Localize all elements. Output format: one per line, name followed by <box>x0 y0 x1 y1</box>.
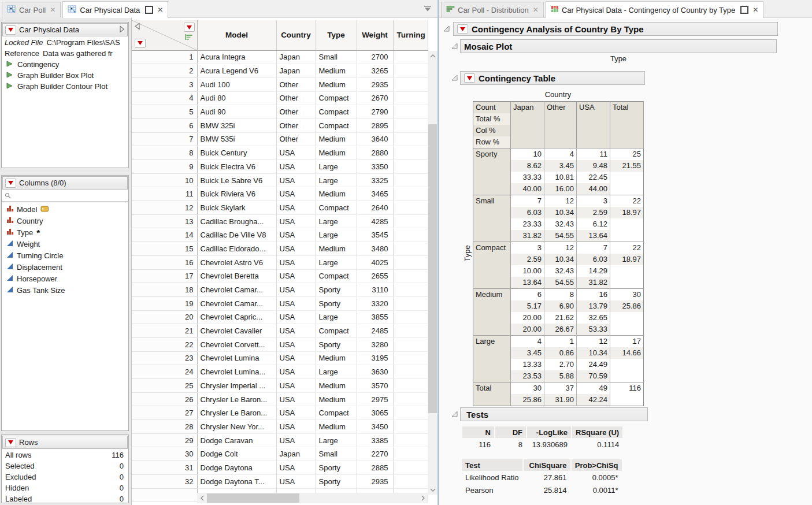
cell[interactable]: 8 <box>132 146 197 160</box>
cell[interactable]: USA <box>276 283 316 297</box>
cell[interactable]: 22 <box>132 337 197 351</box>
cell[interactable]: 2935 <box>357 474 393 488</box>
cell[interactable]: Other <box>276 118 316 132</box>
cell[interactable]: 3195 <box>357 351 393 365</box>
red-triangle-menu-icon[interactable] <box>457 24 468 34</box>
cell[interactable] <box>393 146 428 160</box>
cell[interactable] <box>393 406 428 420</box>
column-item-country[interactable]: Country <box>2 216 128 227</box>
cell[interactable] <box>393 420 428 434</box>
column-header-model[interactable]: Model <box>197 20 276 50</box>
table-corner[interactable] <box>132 20 197 50</box>
cell[interactable]: 3385 <box>357 433 393 447</box>
maximize-icon[interactable] <box>740 6 748 14</box>
cell[interactable]: Large <box>316 365 357 379</box>
contingency-cell[interactable]: 32.43 <box>544 265 577 277</box>
contingency-row-label[interactable]: Large <box>473 336 511 383</box>
columns-panel-header[interactable]: Columns (8/0) <box>2 176 128 190</box>
contingency-cell[interactable]: 11 <box>577 148 610 161</box>
cell[interactable]: 28 <box>132 420 197 434</box>
collapse-columns-icon[interactable] <box>134 23 140 32</box>
cell[interactable] <box>393 187 428 201</box>
expand-icon[interactable] <box>119 25 125 35</box>
table-row[interactable]: 3Audi 100OtherMedium2935 <box>132 77 428 91</box>
cell[interactable]: 3640 <box>357 132 393 146</box>
cell[interactable]: 21 <box>132 324 197 338</box>
cell[interactable] <box>393 269 428 283</box>
contingency-cell[interactable]: 26.67 <box>544 324 577 336</box>
cell[interactable] <box>393 132 428 146</box>
contingency-cell[interactable]: 3.45 <box>511 347 544 359</box>
cell[interactable]: 23 <box>132 351 197 365</box>
contingency-cell[interactable]: 9.48 <box>577 160 610 172</box>
contingency-cell[interactable] <box>610 370 644 383</box>
cell[interactable]: 2935 <box>357 77 393 91</box>
cell[interactable]: 2485 <box>357 324 393 338</box>
contingency-cell[interactable]: 53.33 <box>577 324 610 336</box>
cell[interactable] <box>393 64 428 78</box>
cell[interactable]: 14 <box>132 228 197 242</box>
cell[interactable]: Sporty <box>316 461 357 475</box>
contingency-cell[interactable]: 54.55 <box>544 230 577 242</box>
cell[interactable]: Compact <box>316 406 357 420</box>
contingency-cell[interactable]: 42.24 <box>577 394 610 406</box>
cell[interactable]: Large <box>316 214 357 228</box>
maximize-icon[interactable] <box>145 6 153 14</box>
contingency-cell[interactable]: 17 <box>610 336 644 348</box>
cell[interactable]: 12 <box>132 201 197 215</box>
contingency-row-label[interactable]: Compact <box>473 242 511 289</box>
contingency-cell[interactable]: 20.00 <box>511 312 544 324</box>
mosaic-header[interactable]: Mosaic Plot <box>460 39 777 53</box>
contingency-column-header-japan[interactable]: Japan <box>511 102 544 148</box>
cell[interactable] <box>393 105 428 119</box>
table-row[interactable]: 29Dodge CaravanUSALarge3385 <box>132 433 428 447</box>
cell[interactable]: 11 <box>132 187 197 201</box>
disclosure-icon[interactable] <box>451 42 458 51</box>
contingency-cell[interactable] <box>610 312 644 324</box>
cell[interactable]: 19 <box>132 296 197 310</box>
cell[interactable]: 24 <box>132 365 197 379</box>
columns-search[interactable] <box>2 190 128 202</box>
contingency-cell[interactable]: 18.97 <box>610 254 644 265</box>
table-row[interactable]: 8Buick CenturyUSAMedium2880 <box>132 146 428 160</box>
cell[interactable]: 3630 <box>357 365 393 379</box>
cell[interactable]: Cadillac De Ville V8 <box>197 228 276 242</box>
columns-search-input[interactable] <box>13 191 125 201</box>
cell[interactable]: 32 <box>132 474 197 488</box>
cell[interactable]: Chrysler Imperial ... <box>197 379 276 393</box>
scroll-right-icon[interactable] <box>418 493 428 503</box>
column-item-weight[interactable]: Weight <box>2 239 128 250</box>
table-row[interactable]: 21Chevrolet CavalierUSACompact2485 <box>132 324 428 338</box>
cell[interactable]: Audi 80 <box>197 91 276 105</box>
contingency-cell[interactable]: 7 <box>577 242 610 254</box>
contingency-cell[interactable]: 31.82 <box>577 277 610 289</box>
cell[interactable]: 9 <box>132 160 197 174</box>
contingency-cell[interactable]: 31.90 <box>544 394 577 406</box>
contingency-cell[interactable]: 44.00 <box>577 183 610 195</box>
cell[interactable]: Medium <box>316 64 357 78</box>
contingency-cell[interactable]: 21.55 <box>610 160 644 172</box>
cell[interactable]: 17 <box>132 269 197 283</box>
analysis-header[interactable]: Contingency Analysis of Country By Type <box>453 22 778 36</box>
cell[interactable]: USA <box>276 406 316 420</box>
contingency-cell[interactable] <box>610 183 644 195</box>
cell[interactable]: USA <box>276 324 316 338</box>
table-row[interactable]: 14Cadillac De Ville V8USALarge3545 <box>132 228 428 242</box>
contingency-cell[interactable]: 10.00 <box>511 265 544 277</box>
cell[interactable] <box>393 228 428 242</box>
contingency-column-header-total[interactable]: Total <box>610 102 644 148</box>
cell[interactable]: USA <box>276 255 316 269</box>
cell[interactable]: USA <box>276 242 316 256</box>
scroll-up-icon[interactable] <box>428 51 437 61</box>
cell[interactable]: 3065 <box>357 406 393 420</box>
column-item-displacement[interactable]: Displacement <box>2 262 128 273</box>
cell[interactable]: Chrysler Le Baron... <box>197 406 276 420</box>
cell[interactable]: USA <box>276 173 316 187</box>
column-item-horsepower[interactable]: Horsepower <box>2 273 128 285</box>
column-item-turning-circle[interactable]: Turning Circle <box>2 250 128 262</box>
cell[interactable]: 3350 <box>357 160 393 174</box>
cell[interactable]: Sporty <box>316 283 357 297</box>
table-row[interactable]: 17Chevrolet BerettaUSACompact2655 <box>132 269 428 283</box>
cell[interactable]: Small <box>316 50 357 64</box>
cell[interactable] <box>393 337 428 351</box>
